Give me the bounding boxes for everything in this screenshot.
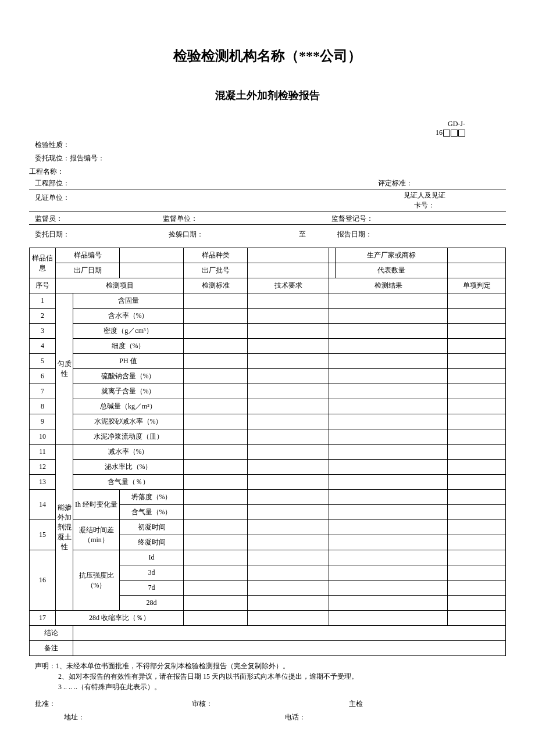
address-row: 地址： 电话： [29,712,506,722]
code-box-icon [458,130,465,137]
signature-row: 批准： 审核： 主检 [29,699,506,709]
item-cell: 硫酸钠含量（%） [73,369,184,384]
table-row: 样品信息 样品编号 样品种类 生产厂家或商标 [30,248,506,263]
batch-no-cell: 出厂批号 [184,263,248,278]
main-table: 样品信息 样品编号 样品种类 生产厂家或商标 出厂日期 出厂批号 代表数量 序号… [29,248,506,656]
item-cell: PH 值 [73,354,184,369]
item-cell: 28d 收缩率比（％） [56,611,184,626]
report-date-label: 报告日期： [337,230,372,239]
declaration-3: 3 .. .. ..（有特殊声明在此表示）。 [29,682,506,692]
conclusion-label: 结论 [30,626,73,641]
item-cell: 含气量（％） [73,475,184,490]
item-cell: 减水率（%） [73,445,184,460]
item-cell: 水泥净浆流动度（皿） [73,429,184,445]
witness-card-label: 卡号： [343,200,506,210]
cell [120,248,184,263]
table-row: 7就离子含量（%） [30,384,506,399]
inspector-label: 主检 [349,699,506,709]
item-cell: 凝结时间差（min） [73,520,120,550]
item-cell: 3d [120,565,184,581]
project-name-row: 工程名称： [29,167,506,177]
review-label: 审核： [192,699,349,709]
item-cell: 终凝时间 [120,535,184,550]
item-cell: 细度（%） [73,339,184,354]
item-cell: 坍落度（%） [120,490,184,505]
single-judge-header: 单项判定 [448,278,506,293]
org-title: 检验检测机构名称（***公司） [29,46,506,65]
document-code: GD-J- 16 [29,120,506,137]
table-row: 2含水率（%） [30,309,506,324]
item-cell: 泌水率比（%） [73,460,184,475]
rep-qty-cell: 代表数量 [335,263,447,278]
table-row: 5PH 值 [30,354,506,369]
entrust-unit-row: 委托现位：报告编号： [29,153,506,163]
code-box-icon [451,130,458,137]
seq-header: 序号 [30,278,56,293]
supervise-unit-label: 监督单位： [163,214,331,224]
test-nature-row: 检验性质： [29,140,506,150]
table-row: 13含气量（％） [30,475,506,490]
table-row: 出厂日期 出厂批号 代表数量 [30,263,506,278]
table-row: 14Ih 经时变化量坍落度（%） [30,490,506,505]
witness-person-label: 见证人及见证 [343,191,506,200]
item-cell: 水泥胶砂减水率（%） [73,414,184,429]
table-row: 3密度（g／cm³） [30,324,506,339]
manufacturer-cell: 生产厂家或商标 [335,248,447,263]
item-cell: 7d [120,581,184,596]
entrust-date-label: 委托日期： [35,230,169,239]
remark-label: 备注 [30,641,73,656]
table-row: 结论 [30,626,506,641]
table-row: 6硫酸钠含量（%） [30,369,506,384]
test-result-header: 检测结果 [329,278,448,293]
code-prefix: 16 [436,128,443,137]
sample-type-cell: 样品种类 [184,248,248,263]
group1-cell: 匀质性 [56,293,73,445]
table-row: 1728d 收缩率比（％） [30,611,506,626]
cell [448,248,506,263]
approve-label: 批准： [29,699,192,709]
sample-info-cell: 样品信息 [30,248,56,278]
cell [448,263,506,278]
table-row: 8总碱量（kg／m³） [30,399,506,414]
date-row: 委托日期： 捡躲口期： 至 报告日期： [29,225,506,242]
project-part-row: 工程部位： 评定标准： [29,177,506,189]
cell [329,263,336,278]
table-row: 15凝结时间差（min）初凝时间 [30,520,506,535]
cell [248,248,329,263]
test-std-header: 检测标准 [184,278,248,293]
table-row: 9水泥胶砂减水率（%） [30,414,506,429]
table-row: 序号 检测项目 检测标准 技术要求 检测结果 单项判定 [30,278,506,293]
cell [248,263,329,278]
footer-declarations: 声明：1、未经本单位书面批准，不得部分复制本检验检测报告（完全复制除外）。 2、… [29,661,506,692]
table-row: 10水泥净浆流动度（皿） [30,429,506,445]
code-line-1: GD-J- [29,120,465,128]
item-cell: 28d [120,596,184,611]
report-subtitle: 混凝土外加剂检验报告 [29,88,506,102]
declaration-2: 2、如对本报告的有效性有异议，请在报告日期 15 天内以书面形式向木单位提出，逾… [29,671,506,682]
item-cell: Ih 经时变化量 [73,490,120,520]
supervisor-row: 监督员： 监督单位： 监督登记号： [29,212,506,225]
supervisor-label: 监督员： [29,214,163,224]
address-label: 地址： [29,712,285,722]
project-part-label: 工程部位： [29,178,70,188]
table-row: 4细度（%） [30,339,506,354]
declaration-1: 声明：1、未经本单位书面批准，不得部分复制本检验检测报告（完全复制除外）。 [29,661,506,671]
item-cell: 含固量 [73,293,184,309]
cell [120,263,184,278]
item-cell: 密度（g／cm³） [73,324,184,339]
tech-req-header: 技术要求 [248,278,329,293]
item-cell: 初凝时间 [120,520,184,535]
item-cell: 就离子含量（%） [73,384,184,399]
code-box-icon [443,130,450,137]
item-cell: Id [120,550,184,565]
item-cell: 总碱量（kg／m³） [73,399,184,414]
phone-label: 电话： [285,712,506,722]
table-row: 16抗压强度比（%）Id [30,550,506,565]
table-row: 12泌水率比（%） [30,460,506,475]
supervise-reg-label: 监督登记号： [331,214,373,224]
group2-cell: 能掺外加剂混凝土性 [56,445,73,611]
table-row: 备注 [30,641,506,656]
item-cell: 含气量（%） [120,505,184,520]
table-row: 1匀质性含固量 [30,293,506,309]
table-row: 11能掺外加剂混凝土性减水率（%） [30,445,506,460]
